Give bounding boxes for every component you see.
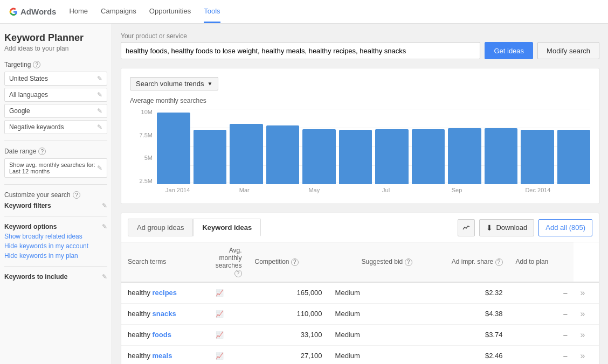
avg-monthly-help-icon[interactable]: ?: [234, 270, 242, 277]
tab-ad-group-ideas[interactable]: Ad group ideas: [128, 219, 193, 236]
keyword-cell: healthy foods: [121, 324, 209, 345]
sidebar-title: Keyword Planner: [4, 32, 107, 44]
keywords-table: Search terms Avg. monthly searches ? Com…: [121, 242, 599, 364]
nav-home[interactable]: Home: [69, 1, 88, 23]
chart-header: Search volume trends ▼: [130, 77, 590, 90]
adwords-text: AdWords: [20, 7, 56, 16]
customize-label: Customize your search ?: [4, 191, 107, 199]
nav-campaigns[interactable]: Campaigns: [101, 1, 136, 23]
trend-icon: 📈: [216, 352, 224, 360]
chart-subtitle: Average monthly searches: [130, 97, 590, 104]
date-range-help-icon[interactable]: ?: [38, 148, 46, 155]
product-input[interactable]: [121, 42, 480, 59]
keyword-options-label: Keyword options: [4, 223, 57, 230]
sidebar-divider-3: [4, 216, 107, 216]
hide-keywords-plan[interactable]: Hide keywords in my plan: [4, 252, 107, 260]
negative-keywords-edit-icon[interactable]: ✎: [97, 123, 102, 131]
country-edit-icon[interactable]: ✎: [97, 75, 102, 82]
keywords-to-include-row: Keywords to include ✎: [4, 273, 107, 281]
keyword-cell: healthy snacks: [121, 303, 209, 324]
product-label: Your product or service: [121, 32, 599, 40]
chart-x-label: Sep: [452, 187, 462, 193]
keyword-filters-row: Keyword filters ✎: [4, 202, 107, 209]
nav-opportunities[interactable]: Opportunities: [149, 1, 191, 23]
keywords-to-include-edit-icon[interactable]: ✎: [102, 273, 107, 281]
sidebar-item-network[interactable]: Google ✎: [4, 104, 107, 118]
col-avg-monthly[interactable]: Avg. monthly searches ?: [209, 242, 248, 282]
keyword-filters-edit-icon[interactable]: ✎: [102, 202, 107, 209]
chart-bar: [157, 113, 190, 184]
add-to-plan-cell[interactable]: »: [574, 345, 599, 364]
chart-bar-col: [557, 109, 591, 184]
chart-bar: [412, 129, 445, 184]
sidebar-subtitle: Add ideas to your plan: [4, 45, 107, 52]
chart-bar: [375, 129, 409, 184]
customize-help-icon[interactable]: ?: [73, 191, 80, 199]
add-to-plan-button[interactable]: »: [580, 288, 585, 298]
add-to-plan-button[interactable]: »: [580, 330, 585, 340]
trend-icon-cell[interactable]: 📈: [209, 282, 248, 304]
keyword-options-edit-icon[interactable]: ✎: [102, 223, 107, 230]
suggested-bid-help-icon[interactable]: ?: [405, 258, 412, 266]
add-all-button[interactable]: Add all (805): [538, 219, 592, 236]
add-to-plan-button[interactable]: »: [580, 309, 585, 319]
date-range-value: Show avg. monthly searches for: Last 12 …: [9, 162, 97, 174]
sidebar-item-language[interactable]: All languages ✎: [4, 88, 107, 102]
y-label-5m: 5M: [144, 155, 153, 161]
country-label: United States: [9, 75, 48, 82]
chart-dropdown[interactable]: Search volume trends ▼: [130, 77, 218, 90]
trend-icon-cell[interactable]: 📈: [209, 324, 248, 345]
chart-bar-col: [339, 109, 372, 184]
keyword-filters-label: Keyword filters: [4, 202, 51, 209]
hide-keywords-account[interactable]: Hide keywords in my account: [4, 242, 107, 250]
chart-view-icon[interactable]: [458, 219, 475, 236]
add-to-plan-button[interactable]: »: [580, 351, 585, 361]
chart-bar-col: [375, 109, 409, 184]
chart-bar-col: [412, 109, 445, 184]
chart-x-label: Dec 2014: [525, 187, 550, 193]
trend-icon-cell[interactable]: 📈: [209, 345, 248, 364]
suggested-bid-cell: $2.32: [419, 282, 509, 304]
sidebar-item-country[interactable]: United States ✎: [4, 72, 107, 86]
network-edit-icon[interactable]: ✎: [97, 107, 102, 115]
targeting-help-icon[interactable]: ?: [33, 61, 40, 68]
main-layout: Keyword Planner Add ideas to your plan T…: [0, 24, 608, 364]
keyword-options-row: Keyword options ✎: [4, 223, 107, 230]
sidebar-item-date-range[interactable]: Show avg. monthly searches for: Last 12 …: [4, 158, 107, 178]
targeting-label: Targeting ?: [4, 61, 107, 68]
date-range-edit-icon[interactable]: ✎: [97, 164, 102, 172]
download-button[interactable]: ⬇ Download: [479, 219, 534, 236]
competition-help-icon[interactable]: ?: [291, 258, 299, 266]
get-ideas-button[interactable]: Get ideas: [485, 42, 533, 59]
nav-tools[interactable]: Tools: [204, 1, 220, 23]
table-row: healthy snacks📈110,000Medium$4.38–»: [121, 303, 599, 324]
add-to-plan-cell[interactable]: »: [574, 282, 599, 304]
suggested-bid-cell: $4.38: [419, 303, 509, 324]
chart-bar: [194, 130, 227, 184]
download-icon: ⬇: [486, 223, 493, 232]
ad-impr-help-icon[interactable]: ?: [495, 258, 503, 266]
tabs-and-table: Ad group ideas Keyword ideas ⬇ Download …: [121, 213, 599, 364]
trend-icon-cell[interactable]: 📈: [209, 303, 248, 324]
sidebar-divider-4: [4, 266, 107, 267]
avg-monthly-cell: 33,100: [248, 324, 329, 345]
modify-search-button[interactable]: Modify search: [537, 42, 599, 59]
tabs-bar: Ad group ideas Keyword ideas ⬇ Download …: [121, 213, 599, 242]
chart-bar-col: [266, 109, 300, 184]
add-to-plan-cell[interactable]: »: [574, 303, 599, 324]
col-competition[interactable]: Competition ?: [248, 242, 329, 282]
chart-bar-col: [521, 109, 554, 184]
col-ad-impr-share[interactable]: Ad impr. share ?: [419, 242, 509, 282]
col-search-terms[interactable]: Search terms: [121, 242, 209, 282]
ad-impr-share-cell: –: [509, 345, 574, 364]
suggested-bid-cell: $2.46: [419, 345, 509, 364]
add-to-plan-cell[interactable]: »: [574, 324, 599, 345]
tab-keyword-ideas[interactable]: Keyword ideas: [193, 219, 261, 236]
col-suggested-bid[interactable]: Suggested bid ?: [329, 242, 419, 282]
tabs-actions: ⬇ Download Add all (805): [458, 219, 592, 236]
competition-cell: Medium: [329, 303, 419, 324]
show-broadly-related[interactable]: Show broadly related ideas: [4, 233, 107, 240]
chart-bar-col: [157, 109, 190, 184]
language-edit-icon[interactable]: ✎: [97, 91, 102, 99]
sidebar-item-negative-keywords[interactable]: Negative keywords ✎: [4, 120, 107, 134]
